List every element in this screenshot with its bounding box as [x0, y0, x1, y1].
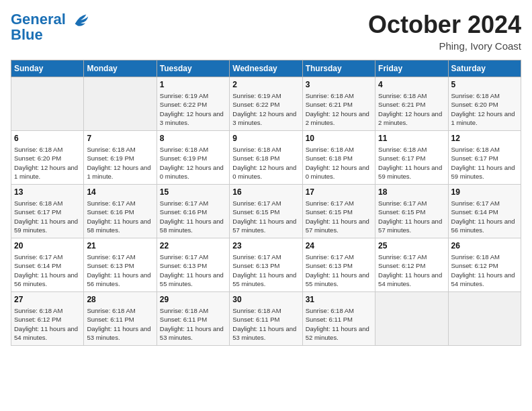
day-info: Sunrise: 6:17 AM Sunset: 6:15 PM Dayligh…: [232, 199, 299, 234]
calendar-cell: 11Sunrise: 6:18 AM Sunset: 6:17 PM Dayli…: [375, 131, 448, 185]
day-number: 20: [14, 241, 81, 250]
day-number: 15: [160, 187, 226, 197]
day-number: 13: [14, 187, 81, 197]
day-number: 31: [306, 295, 372, 304]
day-info: Sunrise: 6:19 AM Sunset: 6:22 PM Dayligh…: [232, 91, 299, 127]
day-number: 7: [87, 134, 153, 143]
calendar-cell: 25Sunrise: 6:17 AM Sunset: 6:12 PM Dayli…: [375, 238, 448, 292]
day-number: 9: [232, 134, 299, 143]
weekday-header-tuesday: Tuesday: [157, 60, 229, 77]
calendar-cell: 23Sunrise: 6:17 AM Sunset: 6:13 PM Dayli…: [230, 238, 302, 292]
calendar-cell: 30Sunrise: 6:18 AM Sunset: 6:11 PM Dayli…: [230, 292, 302, 346]
calendar-cell: 8Sunrise: 6:18 AM Sunset: 6:19 PM Daylig…: [157, 131, 229, 185]
day-info: Sunrise: 6:17 AM Sunset: 6:15 PM Dayligh…: [378, 199, 445, 234]
calendar-cell: 29Sunrise: 6:18 AM Sunset: 6:11 PM Dayli…: [157, 292, 229, 346]
day-info: Sunrise: 6:18 AM Sunset: 6:21 PM Dayligh…: [378, 91, 445, 127]
day-number: 28: [87, 295, 153, 304]
day-info: Sunrise: 6:18 AM Sunset: 6:20 PM Dayligh…: [451, 91, 518, 127]
calendar-cell: 3Sunrise: 6:18 AM Sunset: 6:21 PM Daylig…: [302, 77, 375, 131]
day-number: 16: [232, 187, 299, 197]
calendar-cell: 17Sunrise: 6:17 AM Sunset: 6:15 PM Dayli…: [302, 185, 375, 238]
calendar-cell: [84, 77, 157, 131]
day-info: Sunrise: 6:17 AM Sunset: 6:15 PM Dayligh…: [306, 199, 372, 234]
day-info: Sunrise: 6:18 AM Sunset: 6:17 PM Dayligh…: [14, 199, 81, 234]
day-info: Sunrise: 6:18 AM Sunset: 6:11 PM Dayligh…: [306, 306, 372, 342]
month-title: October 2024: [368, 11, 521, 39]
day-number: 5: [451, 80, 518, 89]
day-info: Sunrise: 6:18 AM Sunset: 6:17 PM Dayligh…: [451, 145, 518, 181]
day-number: 30: [232, 295, 299, 304]
calendar-cell: [11, 77, 84, 131]
day-info: Sunrise: 6:18 AM Sunset: 6:12 PM Dayligh…: [14, 306, 81, 342]
calendar-cell: 24Sunrise: 6:17 AM Sunset: 6:13 PM Dayli…: [302, 238, 375, 292]
calendar-cell: 15Sunrise: 6:17 AM Sunset: 6:16 PM Dayli…: [157, 185, 229, 238]
calendar-cell: 18Sunrise: 6:17 AM Sunset: 6:15 PM Dayli…: [375, 185, 448, 238]
day-number: 3: [306, 80, 372, 89]
day-info: Sunrise: 6:17 AM Sunset: 6:16 PM Dayligh…: [160, 199, 226, 234]
calendar-cell: 20Sunrise: 6:17 AM Sunset: 6:14 PM Dayli…: [11, 238, 84, 292]
day-info: Sunrise: 6:17 AM Sunset: 6:14 PM Dayligh…: [451, 199, 518, 234]
day-info: Sunrise: 6:17 AM Sunset: 6:13 PM Dayligh…: [306, 253, 372, 288]
day-number: 19: [451, 187, 518, 197]
day-number: 21: [87, 241, 153, 250]
title-block: October 2024 Phing, Ivory Coast: [368, 11, 521, 52]
day-info: Sunrise: 6:18 AM Sunset: 6:21 PM Dayligh…: [306, 91, 372, 127]
weekday-header-sunday: Sunday: [11, 60, 84, 77]
day-number: 2: [232, 80, 299, 89]
day-number: 10: [306, 134, 372, 143]
day-info: Sunrise: 6:17 AM Sunset: 6:12 PM Dayligh…: [378, 253, 445, 288]
day-info: Sunrise: 6:18 AM Sunset: 6:19 PM Dayligh…: [87, 145, 153, 181]
day-number: 27: [14, 295, 81, 304]
calendar-cell: 2Sunrise: 6:19 AM Sunset: 6:22 PM Daylig…: [230, 77, 302, 131]
calendar-cell: [448, 292, 521, 346]
day-number: 26: [451, 241, 518, 250]
day-number: 1: [160, 80, 226, 89]
day-info: Sunrise: 6:17 AM Sunset: 6:13 PM Dayligh…: [232, 253, 299, 288]
day-number: 22: [160, 241, 226, 250]
logo: General Blue: [11, 11, 90, 43]
day-number: 29: [160, 295, 226, 304]
day-number: 11: [378, 134, 445, 143]
day-number: 14: [87, 187, 153, 197]
day-info: Sunrise: 6:18 AM Sunset: 6:11 PM Dayligh…: [232, 306, 299, 342]
calendar-cell: 4Sunrise: 6:18 AM Sunset: 6:21 PM Daylig…: [375, 77, 448, 131]
day-info: Sunrise: 6:17 AM Sunset: 6:13 PM Dayligh…: [160, 253, 226, 288]
day-info: Sunrise: 6:19 AM Sunset: 6:22 PM Dayligh…: [160, 91, 226, 127]
day-info: Sunrise: 6:18 AM Sunset: 6:18 PM Dayligh…: [232, 145, 299, 181]
day-info: Sunrise: 6:17 AM Sunset: 6:14 PM Dayligh…: [14, 253, 81, 288]
day-info: Sunrise: 6:17 AM Sunset: 6:13 PM Dayligh…: [87, 253, 153, 288]
calendar-cell: 14Sunrise: 6:17 AM Sunset: 6:16 PM Dayli…: [84, 185, 157, 238]
calendar-cell: 31Sunrise: 6:18 AM Sunset: 6:11 PM Dayli…: [302, 292, 375, 346]
calendar-cell: [375, 292, 448, 346]
day-info: Sunrise: 6:18 AM Sunset: 6:12 PM Dayligh…: [451, 253, 518, 288]
day-number: 12: [451, 134, 518, 143]
weekday-header-thursday: Thursday: [302, 60, 375, 77]
day-number: 17: [306, 187, 372, 197]
location-title: Phing, Ivory Coast: [368, 40, 521, 52]
day-number: 18: [378, 187, 445, 197]
day-number: 8: [160, 134, 226, 143]
day-number: 24: [306, 241, 372, 250]
calendar-cell: 16Sunrise: 6:17 AM Sunset: 6:15 PM Dayli…: [230, 185, 302, 238]
day-info: Sunrise: 6:18 AM Sunset: 6:19 PM Dayligh…: [160, 145, 226, 181]
day-info: Sunrise: 6:18 AM Sunset: 6:11 PM Dayligh…: [87, 306, 153, 342]
day-info: Sunrise: 6:18 AM Sunset: 6:17 PM Dayligh…: [378, 145, 445, 181]
weekday-header-wednesday: Wednesday: [230, 60, 302, 77]
page-header: General Blue October 2024 Phing, Ivory C…: [11, 11, 521, 52]
calendar-cell: 6Sunrise: 6:18 AM Sunset: 6:20 PM Daylig…: [11, 131, 84, 185]
day-number: 23: [232, 241, 299, 250]
day-number: 6: [14, 134, 81, 143]
weekday-header-saturday: Saturday: [448, 60, 521, 77]
day-number: 4: [378, 80, 445, 89]
day-info: Sunrise: 6:18 AM Sunset: 6:20 PM Dayligh…: [14, 145, 81, 181]
calendar-cell: 5Sunrise: 6:18 AM Sunset: 6:20 PM Daylig…: [448, 77, 521, 131]
day-info: Sunrise: 6:17 AM Sunset: 6:16 PM Dayligh…: [87, 199, 153, 234]
weekday-header-friday: Friday: [375, 60, 448, 77]
calendar-cell: 1Sunrise: 6:19 AM Sunset: 6:22 PM Daylig…: [157, 77, 229, 131]
calendar-cell: 12Sunrise: 6:18 AM Sunset: 6:17 PM Dayli…: [448, 131, 521, 185]
day-number: 25: [378, 241, 445, 250]
calendar-cell: 21Sunrise: 6:17 AM Sunset: 6:13 PM Dayli…: [84, 238, 157, 292]
calendar-cell: 9Sunrise: 6:18 AM Sunset: 6:18 PM Daylig…: [230, 131, 302, 185]
calendar-cell: 26Sunrise: 6:18 AM Sunset: 6:12 PM Dayli…: [448, 238, 521, 292]
weekday-header-monday: Monday: [84, 60, 157, 77]
